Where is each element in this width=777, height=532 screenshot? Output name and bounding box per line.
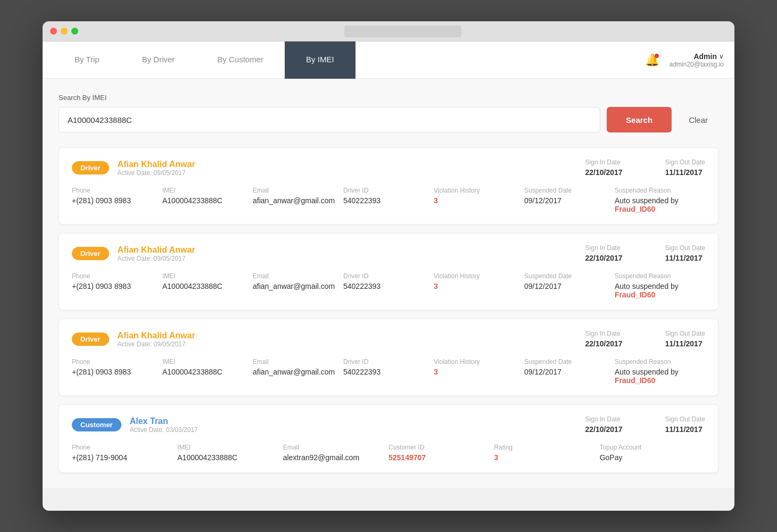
- detail-phone-1: Phone +(281) 0903 8983: [72, 187, 162, 213]
- detail-id-1: Driver ID 540222393: [343, 187, 434, 213]
- notification-icon[interactable]: 🔔: [644, 52, 661, 69]
- tab-by-driver[interactable]: By Driver: [121, 41, 196, 79]
- sign-out-label-2: Sign Out Date: [665, 244, 705, 252]
- person-info-1: Afian Khalid Anwar Active Date: 09/05/20…: [118, 160, 195, 177]
- titlebar: [43, 21, 734, 41]
- card-details-2: Phone +(281) 0903 8983 IMEI A10000423388…: [72, 272, 705, 299]
- role-badge-driver-1: Driver: [72, 161, 109, 174]
- detail-imei-1: IMEI A100004233888C: [162, 187, 253, 213]
- results-list: Driver Afian Khalid Anwar Active Date: 0…: [59, 147, 718, 473]
- search-input[interactable]: [59, 107, 600, 132]
- sign-out-group-4: Sign Out Date 11/11/2017: [665, 415, 705, 434]
- detail-id-3: Driver ID 540222393: [343, 358, 434, 385]
- detail-email-4: Email alextran92@gmail.com: [283, 444, 388, 462]
- nav-tabs: By Trip By Driver By Customer By IMEI: [53, 41, 356, 79]
- person-name-1: Afian Khalid Anwar: [118, 160, 195, 169]
- result-card-1: Driver Afian Khalid Anwar Active Date: 0…: [59, 147, 718, 225]
- nav-right: 🔔 Admin ∨ admin20@taxisg.io: [644, 52, 724, 69]
- active-date-3: Active Date: 09/05/2017: [118, 340, 195, 348]
- detail-phone-4: Phone +(281) 719-9004: [72, 444, 177, 462]
- detail-id-2: Driver ID 540222393: [343, 272, 434, 299]
- search-row: Search Clear: [59, 107, 718, 132]
- detail-phone-2: Phone +(281) 0903 8983: [72, 272, 162, 299]
- active-date-2: Active Date: 09/05/2017: [118, 255, 195, 262]
- detail-topup-4: Topup Account GoPay: [600, 444, 705, 462]
- search-section: Search By IMEI Search Clear: [59, 94, 718, 132]
- sign-out-group-3: Sign Out Date 11/11/2017: [665, 330, 705, 348]
- sign-in-label-2: Sign In Date: [585, 244, 623, 252]
- card-details-4: Phone +(281) 719-9004 IMEI A100004233888…: [72, 444, 705, 462]
- fraud-reason-2: Auto suspended by Fraud_ID60: [615, 282, 705, 299]
- fraud-reason-1: Auto suspended by Fraud_ID60: [615, 196, 705, 213]
- detail-email-2: Email afian_anwar@gmail.com: [253, 272, 343, 299]
- tab-by-customer[interactable]: By Customer: [196, 41, 285, 79]
- url-bar: [344, 26, 461, 37]
- detail-suspended-reason-3: Suspended Reason Auto suspended by Fraud…: [615, 358, 705, 385]
- admin-name: Admin: [693, 52, 717, 61]
- detail-extra-1: Violation History 3: [434, 187, 524, 213]
- fraud-id-3: Fraud_ID60: [615, 376, 655, 385]
- detail-suspended-date-3: Suspended Date 09/12/2017: [524, 358, 615, 385]
- admin-email: admin20@taxisg.io: [669, 61, 724, 68]
- person-name-4: Alex Tran: [130, 417, 198, 426]
- person-name-3: Afian Khalid Anwar: [118, 331, 195, 340]
- card-details-3: Phone +(281) 0903 8983 IMEI A10000423388…: [72, 358, 705, 385]
- card-header-1: Driver Afian Khalid Anwar Active Date: 0…: [72, 159, 705, 177]
- sign-out-group-2: Sign Out Date 11/11/2017: [665, 244, 705, 263]
- sign-in-date-3: 22/10/2017: [585, 339, 623, 348]
- detail-suspended-date-1: Suspended Date 09/12/2017: [524, 187, 615, 213]
- main-content: Search By IMEI Search Clear Driver Afian…: [43, 79, 734, 488]
- detail-imei-4: IMEI A100004233888C: [177, 444, 283, 462]
- active-date-4: Active Date: 03/03/2017: [130, 426, 198, 434]
- detail-imei-2: IMEI A100004233888C: [162, 272, 253, 299]
- sign-out-group-1: Sign Out Date 11/11/2017: [665, 159, 705, 177]
- sign-dates-1: Sign In Date 22/10/2017 Sign Out Date 11…: [585, 159, 705, 177]
- sign-in-group-1: Sign In Date 22/10/2017: [585, 159, 623, 177]
- active-date-1: Active Date: 09/05/2017: [118, 169, 195, 177]
- search-label: Search By IMEI: [59, 94, 718, 102]
- role-badge-driver-3: Driver: [72, 332, 109, 346]
- fraud-id-1: Fraud_ID60: [615, 205, 655, 213]
- traffic-lights: [50, 28, 78, 35]
- navigation-bar: By Trip By Driver By Customer By IMEI 🔔: [43, 41, 734, 79]
- tab-by-imei[interactable]: By IMEI: [285, 41, 356, 79]
- sign-in-group-3: Sign In Date 22/10/2017: [585, 330, 623, 348]
- result-card-2: Driver Afian Khalid Anwar Active Date: 0…: [59, 233, 718, 310]
- maximize-button[interactable]: [71, 28, 78, 35]
- person-info-3: Afian Khalid Anwar Active Date: 09/05/20…: [118, 331, 195, 348]
- detail-id-4: Customer ID 525149707: [388, 444, 494, 462]
- search-button[interactable]: Search: [607, 107, 672, 132]
- sign-in-label-4: Sign In Date: [585, 415, 623, 423]
- card-header-3: Driver Afian Khalid Anwar Active Date: 0…: [72, 330, 705, 348]
- sign-out-date-4: 11/11/2017: [665, 425, 702, 434]
- sign-dates-2: Sign In Date 22/10/2017 Sign Out Date 11…: [585, 244, 705, 263]
- minimize-button[interactable]: [61, 28, 68, 35]
- detail-extra-2: Violation History 3: [434, 272, 524, 299]
- sign-out-date-1: 11/11/2017: [665, 168, 702, 177]
- role-badge-customer-4: Customer: [72, 418, 121, 431]
- chevron-down-icon[interactable]: ∨: [719, 53, 724, 60]
- clear-button[interactable]: Clear: [678, 107, 718, 132]
- fraud-id-2: Fraud_ID60: [615, 290, 655, 299]
- role-badge-driver-2: Driver: [72, 247, 109, 260]
- sign-out-label-1: Sign Out Date: [665, 159, 705, 166]
- detail-suspended-date-2: Suspended Date 09/12/2017: [524, 272, 615, 299]
- sign-in-label-1: Sign In Date: [585, 159, 623, 166]
- detail-suspended-reason-2: Suspended Reason Auto suspended by Fraud…: [615, 272, 705, 299]
- notification-dot: [655, 54, 659, 58]
- detail-email-3: Email afian_anwar@gmail.com: [253, 358, 343, 385]
- close-button[interactable]: [50, 28, 57, 35]
- detail-suspended-reason-1: Suspended Reason Auto suspended by Fraud…: [615, 187, 705, 213]
- fraud-reason-3: Auto suspended by Fraud_ID60: [615, 368, 705, 385]
- card-details-1: Phone +(281) 0903 8983 IMEI A10000423388…: [72, 187, 705, 213]
- sign-in-group-2: Sign In Date 22/10/2017: [585, 244, 623, 263]
- titlebar-center: [78, 26, 727, 37]
- detail-email-1: Email afian_anwar@gmail.com: [253, 187, 343, 213]
- person-info-4: Alex Tran Active Date: 03/03/2017: [130, 417, 198, 434]
- sign-in-date-4: 22/10/2017: [585, 425, 623, 434]
- result-card-3: Driver Afian Khalid Anwar Active Date: 0…: [59, 319, 718, 396]
- sign-in-date-2: 22/10/2017: [585, 254, 623, 262]
- tab-by-trip[interactable]: By Trip: [53, 41, 121, 79]
- card-header-2: Driver Afian Khalid Anwar Active Date: 0…: [72, 244, 705, 263]
- card-header-4: Customer Alex Tran Active Date: 03/03/20…: [72, 415, 705, 434]
